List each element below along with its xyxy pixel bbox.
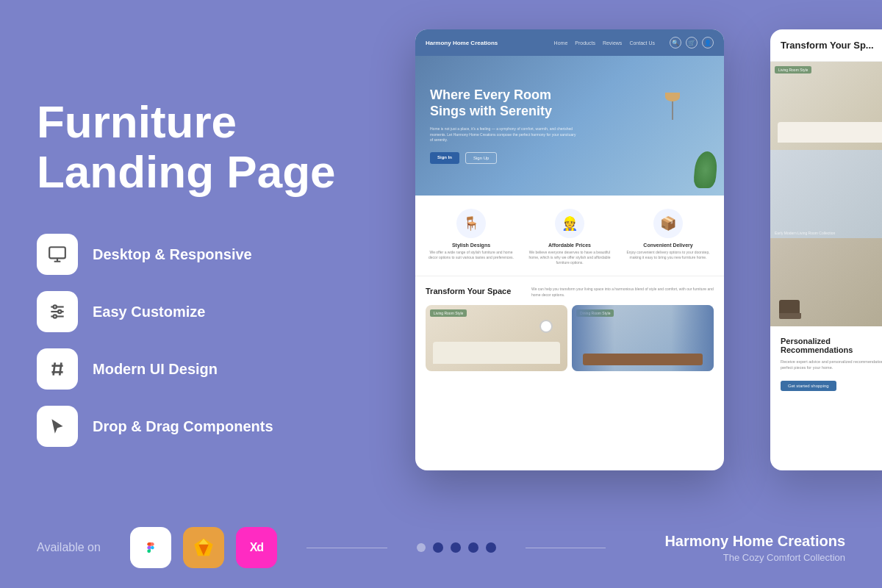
hero-signin-button[interactable]: Sign In bbox=[430, 152, 459, 164]
feature-label-modern: Modern UI Design bbox=[93, 361, 218, 378]
mockup-header-icons: 🔍 🛒 👤 bbox=[670, 37, 714, 49]
affordable-icon: 👷 bbox=[555, 209, 584, 238]
transform-header: Transform Your Space We can help you tra… bbox=[426, 287, 714, 298]
feature-item-modern: Modern UI Design bbox=[37, 348, 345, 390]
nav-contact: Contact Us bbox=[629, 40, 655, 46]
svg-point-6 bbox=[54, 315, 57, 318]
brand-name: Harmony Home Creations bbox=[664, 533, 845, 550]
right-room-sublabel-2: Early Modern Living Room Collection bbox=[775, 231, 835, 235]
mockup-transform-section: Transform Your Space We can help you tra… bbox=[415, 276, 724, 381]
figma-icon[interactable] bbox=[130, 527, 171, 568]
dot-2[interactable] bbox=[451, 542, 461, 553]
room-label-1: Living Room Style bbox=[430, 309, 467, 317]
right-chair-decoration bbox=[779, 300, 801, 320]
sketch-icon[interactable] bbox=[183, 527, 224, 568]
right-promo-button[interactable]: Get started shopping bbox=[781, 381, 836, 391]
dot-0[interactable] bbox=[417, 543, 426, 552]
clock-decoration bbox=[539, 320, 553, 333]
brand-subtitle: The Cozy Comfort Collection bbox=[664, 552, 845, 563]
right-card-header: Transform Your Sp... bbox=[770, 29, 882, 62]
transform-images: Living Room Style Dining Room Style bbox=[426, 305, 714, 371]
bottom-bar: Available on Xd bbox=[0, 507, 882, 588]
transform-title: Transform Your Space bbox=[426, 287, 521, 298]
hash-icon-box bbox=[37, 348, 78, 390]
xd-icon[interactable]: Xd bbox=[236, 527, 277, 568]
cart-icon: 🛒 bbox=[686, 37, 698, 49]
mockup-right-card: Transform Your Sp... Living Room Style E… bbox=[770, 29, 882, 470]
feature-label-drag: Drop & Drag Components bbox=[93, 418, 273, 435]
dot-1[interactable] bbox=[433, 542, 443, 553]
hero-furniture-decoration bbox=[577, 85, 724, 196]
table-decoration bbox=[583, 354, 703, 365]
right-room-2: Early Modern Living Room Collection bbox=[770, 150, 882, 238]
mockup-hero: Where Every RoomSings with Serenity Home… bbox=[415, 56, 724, 196]
svg-rect-0 bbox=[49, 247, 65, 258]
feature-item-customize: Easy Customize bbox=[37, 291, 345, 332]
feature-item-desktop: Desktop & Responsive bbox=[37, 234, 345, 275]
delivery-desc: Enjoy convenient delivery options to you… bbox=[623, 250, 714, 260]
delivery-icon: 📦 bbox=[653, 209, 683, 238]
right-card-title: Transform Your Sp... bbox=[781, 40, 882, 51]
hero-buttons: Sign In Sign Up bbox=[430, 152, 577, 164]
delivery-title: Convenient Delivery bbox=[623, 243, 714, 248]
right-promo-section: PersonalizedRecommendations Receive expe… bbox=[770, 326, 882, 401]
stylish-icon: 🪑 bbox=[456, 209, 486, 238]
nav-products: Products bbox=[575, 40, 595, 46]
hero-subtitle: Home is not just a place, it's a feeling… bbox=[430, 126, 577, 143]
plant-decoration bbox=[695, 151, 717, 188]
features-list: Desktop & Responsive Easy Customize bbox=[37, 234, 345, 447]
room-img-1: Living Room Style bbox=[426, 305, 567, 371]
svg-point-5 bbox=[58, 310, 61, 313]
svg-point-4 bbox=[54, 306, 57, 309]
search-icon: 🔍 bbox=[670, 37, 681, 49]
stylish-title: Stylish Designs bbox=[426, 243, 517, 248]
mockup-header: Harmony Home Creations Home Products Rev… bbox=[415, 29, 724, 56]
mockup-features-strip: 🪑 Stylish Designs We offer a wide range … bbox=[415, 196, 724, 276]
nav-reviews: Reviews bbox=[603, 40, 622, 46]
svg-line-9 bbox=[54, 363, 55, 376]
feature-label-customize: Easy Customize bbox=[93, 304, 205, 320]
affordable-title: Affordable Prices bbox=[524, 243, 615, 248]
right-room-label-1: Living Room Style bbox=[775, 66, 811, 74]
svg-line-10 bbox=[60, 363, 61, 376]
mockup-main-card: Harmony Home Creations Home Products Rev… bbox=[415, 29, 724, 470]
tool-icons: Xd bbox=[130, 527, 277, 568]
sofa-decoration bbox=[433, 342, 560, 364]
nav-home: Home bbox=[554, 40, 568, 46]
right-promo-desc: Receive expert advice and personalized r… bbox=[781, 359, 882, 371]
hero-signup-button[interactable]: Sign Up bbox=[465, 152, 497, 164]
right-room-images: Living Room Style Early Modern Living Ro… bbox=[770, 62, 882, 326]
right-sofa-decoration bbox=[778, 122, 882, 143]
available-on-label: Available on bbox=[37, 541, 101, 554]
affordable-desc: We believe everyone deserves to have a b… bbox=[524, 250, 615, 265]
hero-text: Where Every RoomSings with Serenity Home… bbox=[430, 87, 577, 164]
right-promo-title: PersonalizedRecommendations bbox=[781, 337, 882, 354]
feature-col-delivery: 📦 Convenient Delivery Enjoy convenient d… bbox=[623, 209, 714, 265]
divider-right bbox=[526, 548, 606, 548]
feature-item-drag: Drop & Drag Components bbox=[37, 406, 345, 447]
sliders-icon-box bbox=[37, 291, 78, 332]
feature-label-desktop: Desktop & Responsive bbox=[93, 246, 252, 263]
mockup-nav: Home Products Reviews Contact Us bbox=[554, 40, 655, 46]
feature-col-stylish: 🪑 Stylish Designs We offer a wide range … bbox=[426, 209, 517, 265]
right-room-3 bbox=[770, 238, 882, 326]
room-img-2: Dining Room Style bbox=[572, 305, 714, 371]
brand-info: Harmony Home Creations The Cozy Comfort … bbox=[664, 533, 845, 563]
feature-col-affordable: 👷 Affordable Prices We believe everyone … bbox=[524, 209, 615, 265]
page-title: FurnitureLanding Page bbox=[37, 97, 345, 197]
divider-left bbox=[306, 548, 387, 548]
hero-title: Where Every RoomSings with Serenity bbox=[430, 87, 577, 119]
lamp-decoration bbox=[665, 93, 680, 122]
stylish-desc: We offer a wide range of stylish furnitu… bbox=[426, 250, 517, 260]
transform-desc: We can help you transform your living sp… bbox=[531, 287, 714, 298]
hash-icon bbox=[48, 359, 67, 379]
mockup-logo: Harmony Home Creations bbox=[426, 40, 498, 46]
cursor-icon bbox=[48, 417, 67, 436]
right-room-1: Living Room Style bbox=[770, 62, 882, 150]
dot-4[interactable] bbox=[486, 542, 496, 553]
user-icon: 👤 bbox=[702, 37, 714, 49]
dots-nav bbox=[417, 542, 496, 553]
dot-3[interactable] bbox=[468, 542, 478, 553]
left-section: FurnitureLanding Page Desktop & Responsi… bbox=[0, 0, 382, 588]
sliders-icon bbox=[48, 302, 67, 321]
